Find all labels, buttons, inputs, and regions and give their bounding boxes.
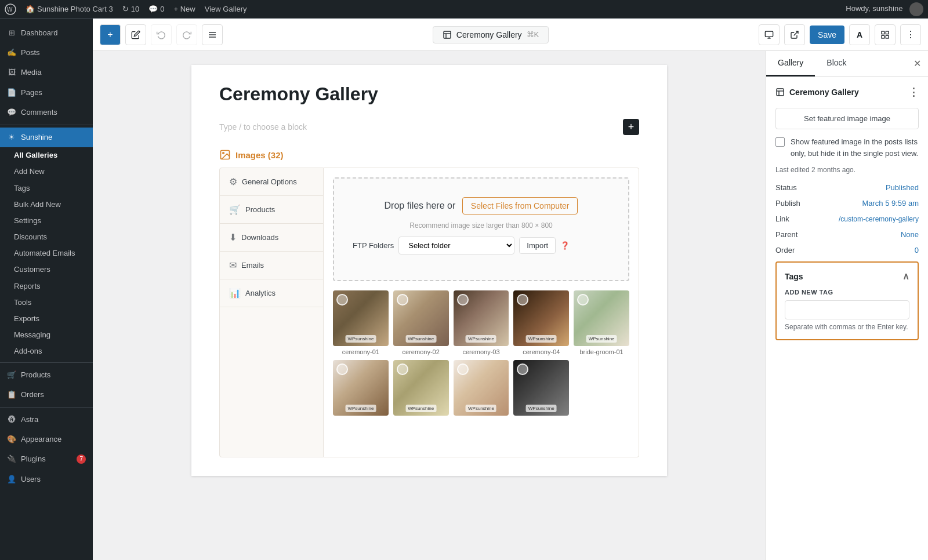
sidebar-item-plugins[interactable]: 🔌 Plugins 7 bbox=[0, 449, 93, 469]
image-thumb-row2-2[interactable]: WPsunshine bbox=[393, 360, 449, 416]
sidebar-item-orders[interactable]: 📋 Orders bbox=[0, 385, 93, 405]
sidebar-item-tags[interactable]: Tags bbox=[7, 180, 93, 197]
parent-value[interactable]: None bbox=[901, 230, 919, 239]
gallery-nav-emails[interactable]: ✉ Emails bbox=[220, 252, 323, 279]
ftp-import-button[interactable]: Import bbox=[519, 237, 556, 254]
settings-sidebar-button[interactable] bbox=[875, 24, 896, 45]
sidebar-item-dashboard[interactable]: ⊞ Dashboard bbox=[0, 23, 93, 43]
editor-page: Ceremony Gallery Type / to choose a bloc… bbox=[191, 65, 667, 476]
sidebar-item-tools[interactable]: Tools bbox=[7, 294, 93, 311]
plugins-icon: 🔌 bbox=[7, 454, 16, 464]
view-gallery-link[interactable]: View Gallery bbox=[205, 5, 247, 13]
undo-button[interactable] bbox=[151, 24, 172, 45]
updates-count[interactable]: ↻ 10 bbox=[122, 5, 139, 13]
gallery-nav-general-options[interactable]: ⚙ General Options bbox=[220, 168, 323, 196]
sidebar-item-discounts[interactable]: Discounts bbox=[7, 229, 93, 245]
sidebar-item-users[interactable]: 👤 Users bbox=[0, 470, 93, 489]
save-button[interactable]: Save bbox=[810, 26, 844, 44]
add-block-button[interactable]: + bbox=[100, 24, 121, 45]
status-value[interactable]: Published bbox=[886, 183, 919, 192]
view-site-button[interactable] bbox=[784, 24, 805, 45]
gallery-sidebar: ⚙ General Options 🛒 Products ⬇ Downloads bbox=[219, 168, 639, 457]
sidebar-item-automated-emails[interactable]: Automated Emails bbox=[7, 245, 93, 261]
panel-close-button[interactable]: ✕ bbox=[907, 51, 928, 76]
ftp-help-icon[interactable]: ❓ bbox=[560, 241, 570, 250]
sidebar-item-bulk-add-new[interactable]: Bulk Add New bbox=[7, 197, 93, 213]
last-edited-text: Last edited 2 months ago. bbox=[775, 166, 919, 174]
set-featured-image-button[interactable]: Set featured image image bbox=[775, 108, 919, 129]
pages-icon: 📄 bbox=[7, 88, 16, 97]
image-select-dot[interactable] bbox=[336, 363, 348, 375]
toolbar-title-area: Ceremony Gallery ⌘K bbox=[227, 26, 754, 43]
image-thumb-ceremony-03[interactable]: WPsunshine bbox=[454, 290, 509, 346]
wp-logo[interactable]: W bbox=[5, 3, 16, 15]
sidebar-item-appearance[interactable]: 🎨 Appearance bbox=[0, 430, 93, 449]
gallery-nav-analytics[interactable]: 📊 Analytics bbox=[220, 279, 323, 307]
image-thumb-ceremony-04[interactable]: WPsunshine bbox=[513, 290, 569, 346]
add-new-tag-label: ADD NEW TAG bbox=[785, 289, 909, 296]
page-title-display[interactable]: Ceremony Gallery ⌘K bbox=[433, 26, 549, 43]
image-select-dot[interactable] bbox=[336, 294, 348, 306]
image-select-dot[interactable] bbox=[397, 363, 408, 375]
sidebar-item-media[interactable]: 🖼 Media bbox=[0, 63, 93, 82]
image-thumb-bride-groom-01[interactable]: WPsunshine bbox=[574, 290, 629, 346]
gallery-nav-products[interactable]: 🛒 Products bbox=[220, 196, 323, 224]
sidebar-item-astra[interactable]: 🅐 Astra bbox=[0, 410, 93, 430]
sidebar-item-comments[interactable]: 💬 Comments bbox=[0, 103, 93, 122]
image-thumb-row2-3[interactable]: WPsunshine bbox=[454, 360, 509, 416]
image-select-dot[interactable] bbox=[517, 294, 528, 306]
sidebar-item-reports[interactable]: Reports bbox=[7, 278, 93, 294]
ftp-folder-select[interactable]: Select folder bbox=[398, 237, 514, 254]
panel-row-link: Link /custom-ceremony-gallery bbox=[775, 214, 919, 223]
image-thumb-row2-1[interactable]: WPsunshine bbox=[333, 360, 389, 416]
sidebar-item-add-ons[interactable]: Add-ons bbox=[7, 343, 93, 359]
sidebar-item-exports[interactable]: Exports bbox=[7, 311, 93, 327]
sidebar-item-all-galleries[interactable]: All Galleries bbox=[7, 147, 93, 163]
image-item: WPsunshine ceremony-04 bbox=[513, 290, 569, 355]
edit-tool-button[interactable] bbox=[125, 24, 146, 45]
redo-button[interactable] bbox=[176, 24, 197, 45]
new-button[interactable]: + New bbox=[174, 5, 195, 13]
preview-button[interactable] bbox=[759, 24, 780, 45]
sidebar-item-sunshine[interactable]: ☀ Sunshine bbox=[0, 128, 93, 147]
tags-chevron-icon[interactable]: ∧ bbox=[902, 271, 909, 282]
sidebar-item-customers[interactable]: Customers bbox=[7, 261, 93, 278]
image-select-dot[interactable] bbox=[577, 294, 589, 306]
block-add-button[interactable]: + bbox=[623, 119, 639, 135]
image-select-dot[interactable] bbox=[397, 294, 408, 306]
svg-rect-14 bbox=[886, 35, 889, 38]
sunshine-icon: ☀ bbox=[7, 133, 16, 142]
astra-editor-button[interactable]: A bbox=[849, 24, 870, 45]
gallery-nav: ⚙ General Options 🛒 Products ⬇ Downloads bbox=[219, 168, 324, 457]
appearance-icon: 🎨 bbox=[7, 435, 16, 444]
panel-more-button[interactable]: ⋮ bbox=[908, 86, 919, 99]
panel-content: Ceremony Gallery ⋮ Set featured image im… bbox=[766, 77, 928, 560]
featured-image-checkbox[interactable] bbox=[775, 137, 785, 147]
image-select-dot[interactable] bbox=[517, 363, 528, 375]
tab-block[interactable]: Block bbox=[815, 51, 858, 76]
sidebar-item-pages[interactable]: 📄 Pages bbox=[0, 83, 93, 103]
image-thumb-row2-4[interactable]: WPsunshine bbox=[513, 360, 569, 416]
site-name[interactable]: 🏠 Sunshine Photo Cart 3 bbox=[26, 5, 113, 13]
link-value[interactable]: /custom-ceremony-gallery bbox=[839, 215, 919, 223]
gallery-nav-downloads[interactable]: ⬇ Downloads bbox=[220, 224, 323, 252]
tab-gallery[interactable]: Gallery bbox=[766, 51, 815, 77]
sidebar-item-settings[interactable]: Settings bbox=[7, 213, 93, 229]
sidebar-item-products[interactable]: 🛒 Products bbox=[0, 365, 93, 385]
list-view-button[interactable] bbox=[202, 24, 223, 45]
select-files-button[interactable]: Select Files from Computer bbox=[462, 197, 578, 214]
block-placeholder: Type / to choose a block bbox=[219, 122, 307, 132]
tags-input[interactable] bbox=[785, 300, 909, 319]
publish-value[interactable]: March 5 9:59 am bbox=[862, 199, 919, 208]
sidebar-item-posts[interactable]: ✍ Posts bbox=[0, 43, 93, 63]
gallery-section: Images (32) ⚙ General Options 🛒 bbox=[219, 149, 639, 457]
comments-count[interactable]: 💬 0 bbox=[148, 5, 164, 13]
order-value[interactable]: 0 bbox=[915, 246, 919, 254]
sidebar-item-messaging[interactable]: Messaging bbox=[7, 327, 93, 343]
image-thumb-ceremony-02[interactable]: WPsunshine bbox=[393, 290, 449, 346]
image-select-dot[interactable] bbox=[457, 294, 469, 306]
image-select-dot[interactable] bbox=[457, 363, 469, 375]
more-tools-button[interactable]: ⋮ bbox=[900, 24, 921, 45]
image-thumb-ceremony-01[interactable]: WPsunshine bbox=[333, 290, 389, 346]
sidebar-item-add-new[interactable]: Add New bbox=[7, 163, 93, 180]
